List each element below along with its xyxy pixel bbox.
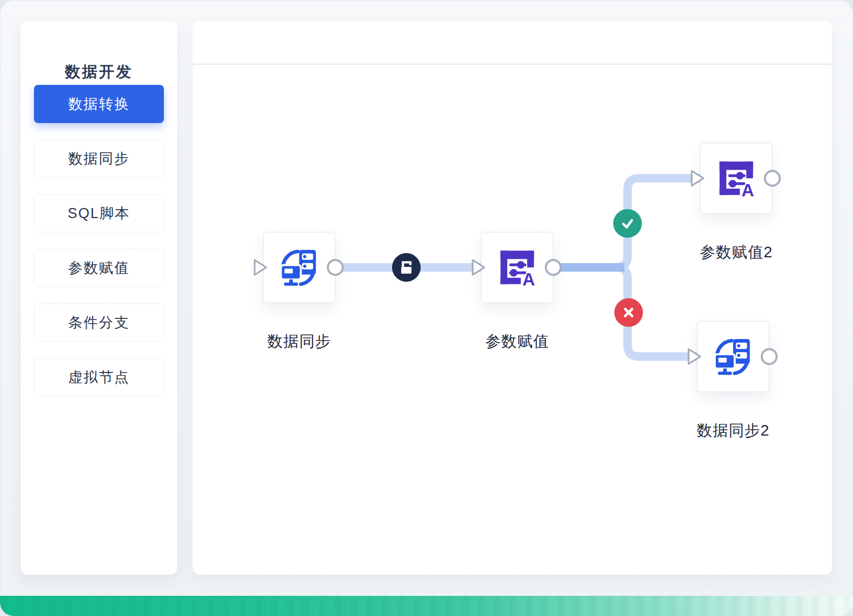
workflow-canvas-panel: 数据同步 — [193, 21, 832, 575]
sidebar-title: 数据开发 — [21, 62, 177, 83]
output-port[interactable] — [761, 348, 778, 365]
node-label: 参数赋值 — [448, 331, 586, 352]
success-check-icon — [613, 209, 642, 238]
input-port-arrow[interactable] — [687, 348, 701, 365]
sidebar-item-data-sync[interactable]: 数据同步 — [34, 140, 164, 178]
data-sync-icon — [280, 248, 318, 287]
node-param-assign-2[interactable]: A — [700, 143, 772, 214]
node-param-assign[interactable]: A — [481, 232, 553, 303]
lock-icon[interactable] — [392, 253, 421, 282]
data-sync-icon — [714, 337, 752, 376]
sidebar-item-virtual-node[interactable]: 虚拟节点 — [34, 358, 164, 396]
input-port-arrow[interactable] — [254, 259, 267, 276]
node-label: 数据同步2 — [664, 420, 802, 441]
node-label: 数据同步 — [230, 331, 368, 352]
sidebar-item-sql-script[interactable]: SQL脚本 — [34, 194, 164, 232]
sidebar-item-data-transform[interactable]: 数据转换 — [34, 85, 164, 123]
sidebar-item-label: 数据同步 — [68, 149, 130, 168]
output-port[interactable] — [764, 170, 781, 187]
node-data-sync-2[interactable] — [697, 321, 769, 392]
sidebar-item-param-assign[interactable]: 参数赋值 — [34, 249, 164, 287]
param-assign-icon: A — [498, 248, 536, 287]
sidebar-item-label: 虚拟节点 — [68, 368, 130, 387]
workflow-canvas[interactable]: 数据同步 — [193, 21, 832, 575]
input-port-arrow[interactable] — [472, 259, 485, 276]
output-port[interactable] — [327, 259, 344, 276]
node-palette-sidebar: 数据开发 数据转换 数据同步 SQL脚本 参数赋值 条件分支 虚拟节点 — [21, 21, 177, 575]
sidebar-item-label: 数据转换 — [68, 94, 130, 114]
param-assign-icon: A — [717, 159, 755, 197]
app-window: 数据开发 数据转换 数据同步 SQL脚本 参数赋值 条件分支 虚拟节点 — [0, 0, 853, 616]
sidebar-item-label: 条件分支 — [68, 313, 130, 332]
input-port-arrow[interactable] — [691, 170, 704, 187]
error-cross-icon — [614, 298, 643, 327]
output-port[interactable] — [545, 259, 562, 276]
svg-text:A: A — [523, 270, 535, 287]
progress-bar — [0, 596, 853, 616]
sidebar-item-label: SQL脚本 — [67, 204, 130, 223]
sidebar-item-label: 参数赋值 — [68, 258, 130, 277]
node-data-sync[interactable] — [263, 232, 335, 303]
node-label: 参数赋值2 — [667, 242, 805, 263]
svg-text:A: A — [742, 180, 754, 197]
sidebar-item-condition-branch[interactable]: 条件分支 — [34, 303, 164, 342]
